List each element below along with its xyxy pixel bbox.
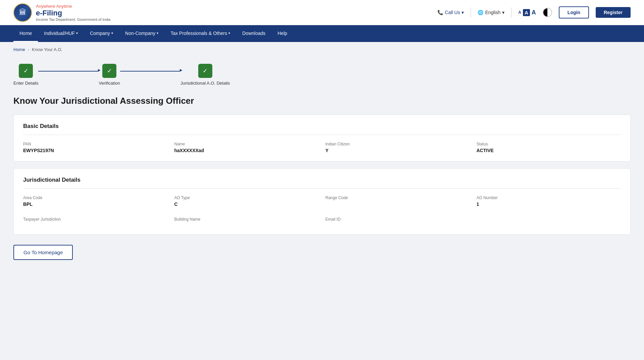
nav-company-label: Company: [90, 31, 110, 36]
header-right: 📞 Call Us ▾ 🌐 English ▾ A A A Login Regi…: [437, 6, 631, 18]
ao-number-field: AO Number 1: [477, 195, 621, 207]
logo-efiling: Anywhere Anytimee-Filing: [36, 4, 110, 17]
nav-item-tax-professionals[interactable]: Tax Professionals & Others ▾: [164, 25, 236, 42]
empty-field: [477, 217, 621, 223]
language-label: English: [485, 10, 500, 15]
area-code-field: Area Code BPL: [23, 195, 168, 207]
name-value: haXXXXXXad: [174, 148, 319, 153]
logo-subtitle: Income Tax Department, Government of Ind…: [36, 17, 110, 21]
ao-type-field: AO Type C: [174, 195, 319, 207]
nav-home-label: Home: [19, 31, 32, 36]
font-controls: A A A: [518, 9, 536, 16]
jurisdictional-details-card: Jurisdictional Details Area Code BPL AO …: [13, 168, 631, 235]
step-2-circle: ✓: [102, 64, 116, 78]
breadcrumb-separator: ›: [28, 47, 29, 52]
globe-icon: 🌐: [478, 10, 483, 15]
logo-area: 🏛 Anywhere Anytimee-Filing Income Tax De…: [13, 3, 110, 22]
indian-citizen-field: Indian Citizen Y: [325, 142, 470, 153]
step-1-circle: ✓: [19, 64, 33, 78]
indian-citizen-label: Indian Citizen: [325, 142, 470, 146]
name-field: Name haXXXXXXad: [174, 142, 319, 153]
indian-citizen-value: Y: [325, 148, 470, 153]
building-name-field: Building Name: [174, 217, 319, 223]
name-label: Name: [174, 142, 319, 146]
divider-2: [511, 7, 512, 17]
taxpayer-jurisdiction-label: Taxpayer Jurisdiction: [23, 217, 168, 222]
nav-non-company-label: Non-Company: [125, 31, 155, 36]
ao-number-value: 1: [477, 201, 621, 207]
nav-individual-chevron-icon: ▾: [76, 31, 78, 35]
ao-type-label: AO Type: [174, 195, 319, 200]
main-content: ✓ Enter Details ✓ Verification ✓ Jurisdi…: [0, 57, 644, 273]
basic-details-title: Basic Details: [23, 123, 621, 135]
font-medium-button[interactable]: A: [523, 9, 530, 16]
stepper: ✓ Enter Details ✓ Verification ✓ Jurisdi…: [13, 64, 631, 86]
step-2: ✓ Verification: [99, 64, 120, 86]
font-small-button[interactable]: A: [518, 10, 521, 15]
step-1-label: Enter Details: [13, 81, 38, 86]
jurisdictional-details-title: Jurisdictional Details: [23, 177, 621, 189]
ao-type-value: C: [174, 201, 319, 207]
building-name-label: Building Name: [174, 217, 319, 222]
email-id-field: Email ID: [325, 217, 470, 223]
taxpayer-jurisdiction-field: Taxpayer Jurisdiction: [23, 217, 168, 223]
step-1: ✓ Enter Details: [13, 64, 38, 86]
step-connector-2: [120, 71, 180, 72]
pan-field: PAN EWYPS2197N: [23, 142, 168, 153]
logo-text: Anywhere Anytimee-Filing Income Tax Depa…: [36, 4, 110, 21]
navbar: Home Individual/HUF ▾ Company ▾ Non-Comp…: [0, 25, 644, 42]
call-us-button[interactable]: 📞 Call Us ▾: [437, 10, 464, 15]
call-us-label: Call Us: [445, 10, 460, 15]
nav-tax-professionals-label: Tax Professionals & Others: [170, 31, 227, 36]
page-title: Know Your Jurisdictional Assessing Offic…: [13, 96, 631, 106]
breadcrumb-home-link[interactable]: Home: [13, 47, 25, 52]
nav-tax-chevron-icon: ▾: [228, 31, 230, 35]
step-3: ✓ Jurisdictional A.O. Details: [180, 64, 230, 86]
range-code-field: Range Code: [325, 195, 470, 207]
pan-label: PAN: [23, 142, 168, 146]
jurisdictional-details-grid: Area Code BPL AO Type C Range Code AO Nu…: [23, 195, 621, 226]
status-field: Status ACTIVE: [477, 142, 621, 153]
area-code-value: BPL: [23, 201, 168, 207]
divider-1: [471, 7, 471, 17]
header: 🏛 Anywhere Anytimee-Filing Income Tax De…: [0, 0, 644, 25]
breadcrumb-current: Know Your A.O.: [32, 47, 62, 52]
logo-emblem-icon: 🏛: [13, 3, 32, 22]
go-to-homepage-button[interactable]: Go To Homepage: [13, 245, 73, 260]
nav-item-home[interactable]: Home: [13, 25, 38, 42]
step-3-circle: ✓: [198, 64, 212, 78]
phone-icon: 📞: [437, 10, 443, 15]
nav-item-non-company[interactable]: Non-Company ▾: [119, 25, 164, 42]
nav-company-chevron-icon: ▾: [111, 31, 113, 35]
status-label: Status: [477, 142, 621, 146]
language-selector[interactable]: 🌐 English ▾: [478, 10, 504, 15]
email-id-label: Email ID: [325, 217, 470, 222]
step-2-label: Verification: [99, 81, 120, 86]
step-connector-1: [38, 71, 99, 72]
basic-details-card: Basic Details PAN EWYPS2197N Name haXXXX…: [13, 115, 631, 162]
breadcrumb: Home › Know Your A.O.: [0, 42, 644, 57]
call-us-chevron-icon: ▾: [462, 10, 464, 15]
nav-help-label: Help: [278, 31, 287, 36]
area-code-label: Area Code: [23, 195, 168, 200]
ao-number-label: AO Number: [477, 195, 621, 200]
nav-individual-label: Individual/HUF: [44, 31, 75, 36]
register-button[interactable]: Register: [596, 7, 631, 18]
nav-item-downloads[interactable]: Downloads: [236, 25, 271, 42]
range-code-label: Range Code: [325, 195, 470, 200]
step-3-label: Jurisdictional A.O. Details: [180, 81, 230, 86]
font-large-button[interactable]: A: [532, 9, 536, 16]
contrast-button[interactable]: [543, 8, 552, 17]
status-value: ACTIVE: [477, 148, 621, 153]
nav-downloads-label: Downloads: [242, 31, 265, 36]
basic-details-grid: PAN EWYPS2197N Name haXXXXXXad Indian Ci…: [23, 142, 621, 153]
pan-value: EWYPS2197N: [23, 148, 168, 153]
login-button[interactable]: Login: [559, 6, 589, 18]
nav-non-company-chevron-icon: ▾: [157, 31, 158, 35]
nav-item-company[interactable]: Company ▾: [84, 25, 119, 42]
lang-chevron-icon: ▾: [502, 10, 504, 15]
nav-item-help[interactable]: Help: [272, 25, 293, 42]
nav-item-individual-huf[interactable]: Individual/HUF ▾: [38, 25, 84, 42]
